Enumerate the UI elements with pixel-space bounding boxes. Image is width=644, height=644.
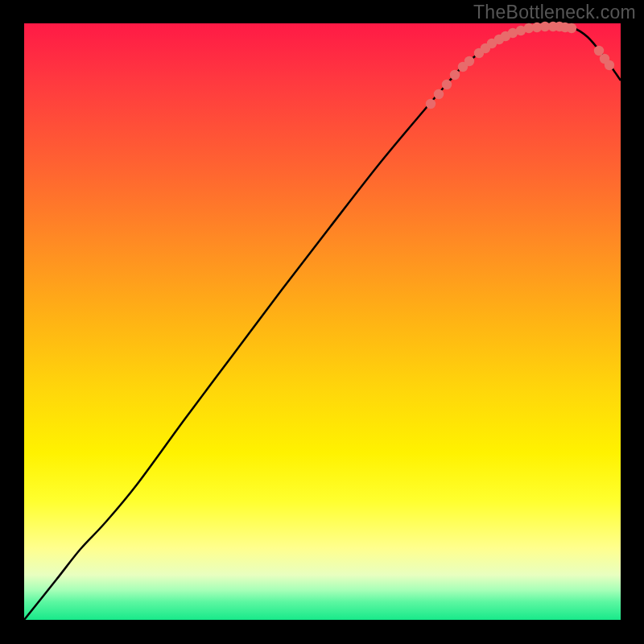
- curve-marker: [567, 23, 576, 33]
- curve-marker: [450, 70, 460, 80]
- chart-frame: TheBottleneck.com: [0, 0, 644, 644]
- curve-marker: [605, 60, 614, 70]
- curve-marker: [426, 99, 436, 109]
- curve-marker: [464, 56, 474, 66]
- bottleneck-curve: [24, 27, 621, 620]
- chart-svg-layer: [24, 23, 621, 620]
- watermark-text: TheBottleneck.com: [473, 2, 636, 23]
- curve-marker: [442, 80, 452, 89]
- curve-marker: [434, 89, 444, 99]
- curve-marker: [594, 46, 604, 56]
